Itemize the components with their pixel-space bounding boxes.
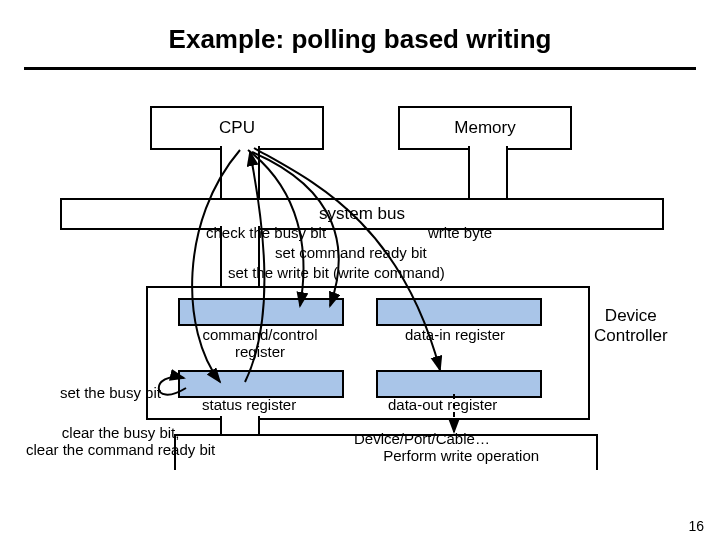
data-in-register-label: data-in register: [380, 326, 530, 343]
page-number: 16: [688, 518, 704, 534]
status-register-label: status register: [202, 396, 296, 413]
clear-busy-label: clear the busy bit, clear the command re…: [26, 424, 215, 458]
cpu-connector: [220, 146, 260, 198]
cpu-box: CPU: [150, 106, 324, 150]
cpu-label: CPU: [219, 118, 255, 138]
set-busy-label: set the busy bit: [60, 384, 161, 401]
data-out-register-label: data-out register: [388, 396, 497, 413]
system-bus-label: system bus: [319, 204, 405, 224]
device-controller-label: Device Controller: [594, 306, 668, 346]
data-out-register-box: [376, 370, 542, 398]
set-write-bit-label: set the write bit (write command): [228, 264, 445, 281]
memory-box: Memory: [398, 106, 572, 150]
memory-label: Memory: [454, 118, 515, 138]
check-busy-label: check the busy bit: [206, 224, 326, 241]
set-cmd-ready-label: set command ready bit: [275, 244, 427, 261]
status-register-box: [178, 370, 344, 398]
diagram-canvas: CPU Memory system bus Device Controller …: [0, 70, 720, 510]
memory-connector: [468, 146, 508, 198]
page-title: Example: polling based writing: [0, 24, 720, 55]
cmd-ctrl-register-box: [178, 298, 344, 326]
perform-write-label: Device/Port/Cable… Perform write operati…: [354, 430, 539, 464]
system-bus-box: system bus: [60, 198, 664, 230]
write-byte-label: write byte: [428, 224, 492, 241]
data-in-register-box: [376, 298, 542, 326]
device-out-connector: [220, 416, 260, 434]
cmd-ctrl-register-label: command/control register: [185, 326, 335, 360]
